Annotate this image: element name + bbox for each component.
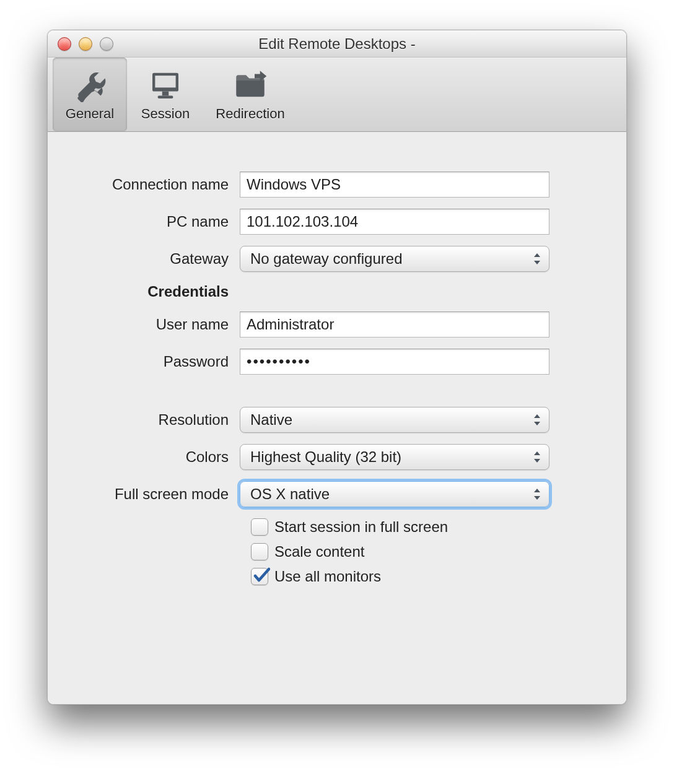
svg-rect-3 (158, 95, 173, 98)
username-label: User name (79, 316, 240, 333)
window-title: Edit Remote Desktops - (48, 35, 626, 53)
chevron-updown-icon (532, 486, 543, 503)
resolution-dropdown[interactable]: Native (240, 407, 549, 433)
credentials-heading: Credentials (79, 283, 240, 300)
use-all-monitors-label: Use all monitors (274, 568, 381, 585)
svg-rect-2 (162, 91, 169, 95)
use-all-monitors-checkbox[interactable] (251, 568, 268, 585)
fullscreen-mode-dropdown[interactable]: OS X native (240, 481, 549, 507)
minimize-button[interactable] (79, 37, 92, 51)
titlebar: Edit Remote Desktops - (48, 30, 626, 58)
monitor-icon (148, 68, 183, 102)
gateway-label: Gateway (79, 250, 240, 268)
chevron-updown-icon (532, 411, 543, 429)
username-input[interactable] (240, 311, 549, 338)
folder-redirect-icon (233, 68, 268, 102)
tab-redirection[interactable]: Redirection (204, 58, 297, 131)
colors-label: Colors (79, 448, 240, 466)
wrench-icon (72, 68, 107, 102)
scale-content-label: Scale content (274, 543, 364, 560)
password-input[interactable] (240, 349, 549, 375)
gateway-value: No gateway configured (250, 250, 402, 268)
start-fullscreen-label: Start session in full screen (274, 518, 448, 536)
colors-dropdown[interactable]: Highest Quality (32 bit) (240, 444, 549, 470)
scale-content-checkbox[interactable] (251, 543, 268, 560)
preferences-window: Edit Remote Desktops - General (47, 30, 627, 705)
tab-label: General (66, 106, 114, 122)
zoom-button[interactable] (100, 37, 113, 51)
close-button[interactable] (58, 37, 71, 51)
tab-label: Redirection (216, 106, 284, 122)
colors-value: Highest Quality (32 bit) (250, 448, 401, 466)
password-label: Password (79, 353, 240, 370)
svg-rect-1 (155, 76, 175, 87)
tab-label: Session (141, 106, 190, 122)
fullscreen-mode-label: Full screen mode (79, 486, 240, 503)
fullscreen-mode-value: OS X native (250, 486, 330, 503)
connection-name-label: Connection name (79, 176, 240, 193)
checkmark-icon (253, 567, 270, 585)
chevron-updown-icon (532, 250, 543, 268)
tab-session[interactable]: Session (128, 58, 203, 131)
chevron-updown-icon (532, 448, 543, 466)
form-area: Connection name PC name Gateway No gatew… (48, 132, 626, 704)
pc-name-input[interactable] (240, 209, 549, 235)
pc-name-label: PC name (79, 213, 240, 230)
start-fullscreen-checkbox[interactable] (251, 518, 268, 536)
traffic-lights (58, 37, 113, 51)
gateway-dropdown[interactable]: No gateway configured (240, 246, 549, 272)
connection-name-input[interactable] (240, 172, 549, 198)
toolbar: General Session (48, 58, 626, 132)
tab-general[interactable]: General (53, 58, 127, 131)
resolution-label: Resolution (79, 411, 240, 429)
resolution-value: Native (250, 411, 292, 429)
